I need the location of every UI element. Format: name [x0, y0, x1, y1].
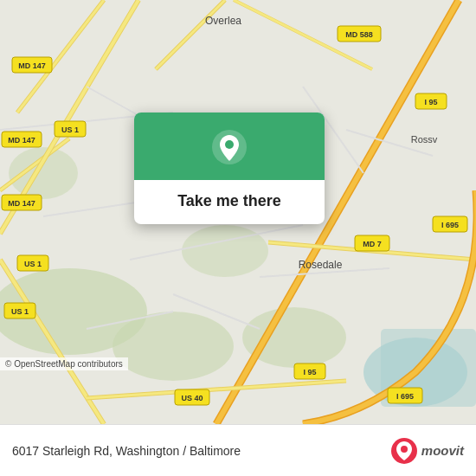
take-me-there-button[interactable]: Take me there — [164, 180, 295, 224]
svg-text:Rossv: Rossv — [411, 134, 438, 145]
svg-point-66 — [225, 140, 234, 149]
svg-text:I 95: I 95 — [303, 368, 316, 376]
osm-attribution: © OpenStreetMap contributors — [0, 357, 128, 370]
svg-text:I 695: I 695 — [396, 392, 414, 401]
svg-text:I 95: I 95 — [424, 98, 437, 106]
address-text: 6017 Starleigh Rd, Washington / Baltimor… — [12, 444, 383, 458]
moovit-logo: moovit — [390, 437, 464, 465]
map-container[interactable]: MD 147 MD 147 MD 147 US 1 US 1 US 1 MD 5… — [0, 0, 476, 424]
svg-point-68 — [401, 446, 408, 453]
svg-text:Overlea: Overlea — [205, 15, 241, 27]
moovit-icon-svg — [390, 437, 418, 465]
osm-attribution-text: © OpenStreetMap contributors — [5, 359, 123, 369]
svg-point-2 — [113, 312, 234, 381]
bottom-bar: 6017 Starleigh Rd, Washington / Baltimor… — [0, 424, 476, 476]
svg-text:Rosedale: Rosedale — [299, 259, 343, 271]
svg-text:US 40: US 40 — [181, 394, 203, 402]
popup-header — [134, 113, 325, 180]
location-pin-icon — [210, 128, 248, 166]
svg-text:US 1: US 1 — [11, 307, 29, 316]
svg-text:MD 147: MD 147 — [8, 199, 35, 208]
svg-text:MD 588: MD 588 — [345, 30, 373, 39]
svg-text:MD 147: MD 147 — [8, 136, 35, 145]
svg-text:US 1: US 1 — [61, 125, 79, 134]
moovit-wordmark: moovit — [421, 443, 464, 458]
svg-text:US 1: US 1 — [24, 260, 42, 268]
svg-point-6 — [9, 147, 78, 199]
svg-point-7 — [182, 225, 268, 277]
popup-card: Take me there — [134, 113, 325, 224]
svg-text:MD 147: MD 147 — [18, 61, 46, 70]
svg-text:I 695: I 695 — [441, 221, 459, 229]
svg-text:MD 7: MD 7 — [363, 240, 382, 248]
